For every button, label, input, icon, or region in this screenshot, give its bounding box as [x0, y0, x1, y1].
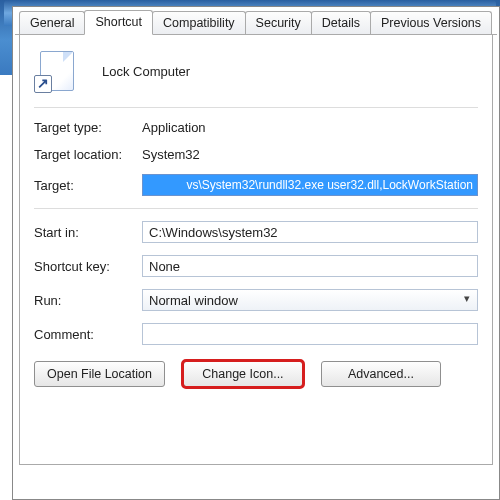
- change-icon-button[interactable]: Change Icon...: [183, 361, 303, 387]
- tab-security[interactable]: Security: [245, 11, 312, 34]
- label-comment: Comment:: [34, 327, 142, 342]
- tab-previous-versions[interactable]: Previous Versions: [370, 11, 492, 34]
- label-target: Target:: [34, 178, 142, 193]
- button-row: Open File Location Change Icon... Advanc…: [34, 361, 478, 387]
- row-target-type: Target type: Application: [34, 120, 478, 135]
- input-target[interactable]: vs\System32\rundll32.exe user32.dll,Lock…: [142, 174, 478, 196]
- tab-details[interactable]: Details: [311, 11, 371, 34]
- row-target: Target: vs\System32\rundll32.exe user32.…: [34, 174, 478, 196]
- input-shortcut-key[interactable]: [142, 255, 478, 277]
- row-comment: Comment:: [34, 323, 478, 345]
- label-target-type: Target type:: [34, 120, 142, 135]
- tab-shortcut[interactable]: Shortcut: [84, 10, 153, 35]
- label-start-in: Start in:: [34, 225, 142, 240]
- shortcut-file-icon: [34, 49, 78, 93]
- label-run: Run:: [34, 293, 142, 308]
- label-shortcut-key: Shortcut key:: [34, 259, 142, 274]
- shortcut-name: Lock Computer: [102, 64, 190, 79]
- tab-compatibility[interactable]: Compatibility: [152, 11, 246, 34]
- properties-dialog: General Shortcut Compatibility Security …: [12, 6, 500, 500]
- value-target-location: System32: [142, 147, 200, 162]
- value-target-type: Application: [142, 120, 206, 135]
- divider: [34, 107, 478, 108]
- advanced-button[interactable]: Advanced...: [321, 361, 441, 387]
- row-start-in: Start in:: [34, 221, 478, 243]
- input-comment[interactable]: [142, 323, 478, 345]
- label-target-location: Target location:: [34, 147, 142, 162]
- tab-strip: General Shortcut Compatibility Security …: [15, 9, 497, 35]
- shortcut-header: Lock Computer: [34, 49, 478, 93]
- tab-panel-shortcut: Lock Computer Target type: Application T…: [19, 35, 493, 465]
- open-file-location-button[interactable]: Open File Location: [34, 361, 165, 387]
- row-shortcut-key: Shortcut key:: [34, 255, 478, 277]
- row-target-location: Target location: System32: [34, 147, 478, 162]
- row-run: Run: Normal window: [34, 289, 478, 311]
- tab-general[interactable]: General: [19, 11, 85, 34]
- divider: [34, 208, 478, 209]
- select-run[interactable]: Normal window: [142, 289, 478, 311]
- input-start-in[interactable]: [142, 221, 478, 243]
